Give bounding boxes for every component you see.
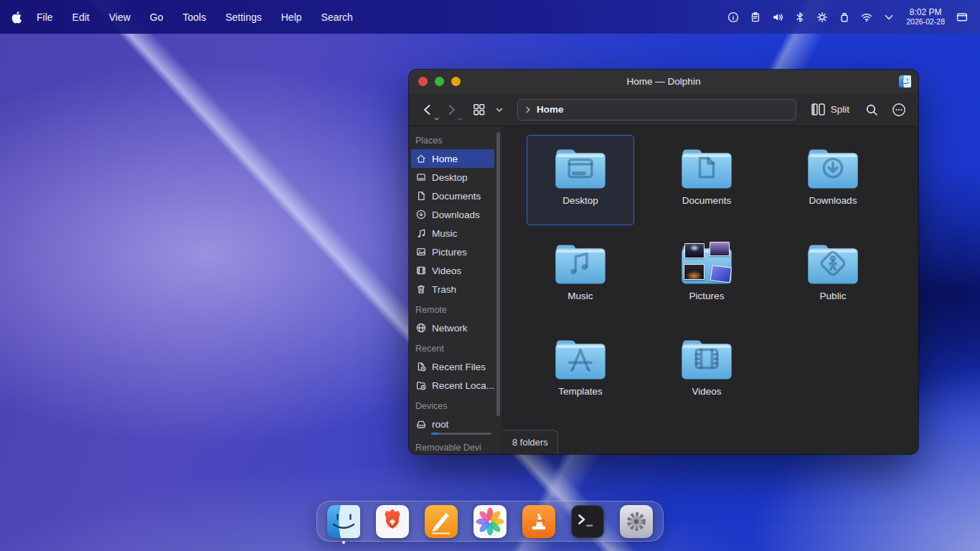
folder-pictures[interactable]: Pictures: [653, 230, 760, 321]
folder-label: Templates: [558, 386, 603, 397]
folder-view: DesktopDocumentsDownloadsMusicPicturesPu…: [503, 126, 918, 454]
breadcrumb-chevron-icon: [524, 106, 532, 113]
menu-help[interactable]: Help: [281, 11, 302, 23]
folder-videos[interactable]: Videos: [653, 326, 760, 416]
home-icon: [415, 153, 427, 164]
folder-desktop[interactable]: Desktop: [527, 135, 634, 225]
sidebar-section-removable-devi: Removable Devi: [409, 436, 502, 454]
split-icon: [811, 103, 825, 116]
menu-go[interactable]: Go: [150, 11, 164, 23]
folder-label: Desktop: [562, 195, 598, 206]
volume-icon[interactable]: [771, 11, 784, 24]
sidebar-item-home[interactable]: Home: [411, 149, 494, 168]
location-bar[interactable]: Home: [517, 99, 796, 121]
clock-date: 2026-02-28: [906, 17, 945, 27]
sidebar-item-label: Music: [432, 228, 457, 239]
sidebar-item-root[interactable]: root: [409, 415, 502, 433]
menu-tools[interactable]: Tools: [182, 11, 206, 23]
show-desktop-icon[interactable]: [956, 11, 969, 24]
apple-menu-icon[interactable]: [11, 11, 22, 24]
sidebar-item-pictures[interactable]: Pictures: [409, 242, 502, 261]
dock-file-manager[interactable]: [327, 505, 360, 538]
hamburger-menu-button[interactable]: [888, 99, 910, 121]
download-icon: [415, 209, 427, 220]
split-button[interactable]: Split: [807, 100, 854, 118]
sidebar-item-label: root: [432, 419, 448, 430]
sidebar-item-label: Documents: [432, 191, 481, 202]
breadcrumb-home[interactable]: Home: [537, 104, 564, 115]
sidebar-item-downloads[interactable]: Downloads: [409, 205, 502, 224]
chevron-down-icon[interactable]: [882, 11, 895, 24]
clipboard-icon[interactable]: [749, 11, 762, 24]
sidebar-item-documents[interactable]: Documents: [409, 187, 502, 205]
search-button[interactable]: [862, 100, 882, 120]
folder-icon: [550, 139, 611, 192]
folder-icon: [677, 235, 737, 288]
dock-photos[interactable]: [473, 505, 507, 538]
sidebar-section-devices: Devices: [409, 395, 502, 415]
folder-downloads[interactable]: Downloads: [779, 135, 887, 225]
dock: [316, 501, 664, 542]
info-icon[interactable]: [727, 11, 740, 24]
sidebar-item-desktop[interactable]: Desktop: [409, 168, 502, 187]
disk-usage-bar: [431, 433, 491, 435]
sidebar-scrollbar[interactable]: [496, 132, 500, 416]
folder-music[interactable]: Music: [527, 230, 634, 321]
close-button[interactable]: [418, 77, 428, 86]
maximize-button[interactable]: [435, 77, 444, 86]
sidebar-item-recent-loca[interactable]: Recent Loca...: [409, 376, 502, 395]
dolphin-app-icon: [899, 75, 911, 88]
photo-thumbnail: [710, 265, 732, 283]
sidebar-item-label: Trash: [432, 284, 456, 295]
folder-label: Documents: [682, 195, 731, 206]
back-button[interactable]: [418, 100, 438, 120]
bluetooth-icon[interactable]: [793, 11, 806, 24]
dock-system-settings[interactable]: [620, 505, 653, 538]
brightness-icon[interactable]: [816, 11, 829, 24]
menu-file[interactable]: File: [37, 11, 53, 23]
title-bar[interactable]: Home — Dolphin: [409, 70, 918, 93]
view-mode-dropdown[interactable]: [492, 103, 507, 117]
menu-view[interactable]: View: [109, 11, 131, 23]
menu-settings[interactable]: Settings: [225, 11, 262, 23]
desktop: FileEditViewGoToolsSettingsHelpSearch 8:…: [0, 0, 980, 551]
dock-brave-browser[interactable]: [376, 505, 409, 538]
usb-device-icon[interactable]: [838, 11, 851, 24]
sidebar-item-label: Desktop: [432, 172, 468, 183]
sidebar-item-music[interactable]: Music: [409, 224, 502, 242]
dock-pages[interactable]: [425, 505, 458, 538]
window-title: Home — Dolphin: [409, 76, 918, 87]
view-mode-button[interactable]: [469, 100, 489, 119]
sidebar-item-recent-files[interactable]: Recent Files: [409, 357, 502, 376]
folder-icon: [803, 139, 863, 192]
menu-bar: FileEditViewGoToolsSettingsHelpSearch 8:…: [0, 0, 980, 34]
wifi-icon[interactable]: [860, 11, 873, 24]
folder-label: Downloads: [809, 195, 857, 206]
dock-vlc[interactable]: [522, 505, 555, 538]
folder-documents[interactable]: Documents: [653, 135, 760, 225]
minimize-button[interactable]: [451, 77, 461, 86]
dock-terminal[interactable]: [571, 505, 604, 538]
folder-label: Pictures: [689, 291, 725, 301]
folder-public[interactable]: Public: [779, 230, 887, 321]
folder-icon: [803, 235, 863, 288]
music-icon: [415, 227, 427, 239]
clock-time: 8:02 PM: [906, 7, 945, 18]
sidebar-section-places: Places: [409, 129, 502, 149]
folder-icon: [550, 235, 611, 288]
global-menus: FileEditViewGoToolsSettingsHelpSearch: [37, 11, 353, 23]
globe-icon: [415, 322, 427, 334]
menu-edit[interactable]: Edit: [72, 11, 90, 23]
clock[interactable]: 8:02 PM 2026-02-28: [906, 7, 945, 27]
folder-templates[interactable]: Templates: [527, 326, 634, 416]
places-panel: PlacesHomeDesktopDocumentsDownloadsMusic…: [409, 126, 503, 454]
folder-label: Videos: [692, 386, 721, 397]
sidebar-item-trash[interactable]: Trash: [409, 280, 502, 298]
dolphin-window: Home — Dolphin Home: [409, 70, 918, 454]
sidebar-item-videos[interactable]: Videos: [409, 261, 502, 280]
forward-button[interactable]: [441, 100, 461, 120]
menu-search[interactable]: Search: [321, 11, 353, 23]
running-indicator: [342, 541, 345, 544]
sidebar-section-remote: Remote: [409, 298, 502, 319]
sidebar-item-network[interactable]: Network: [409, 319, 502, 337]
